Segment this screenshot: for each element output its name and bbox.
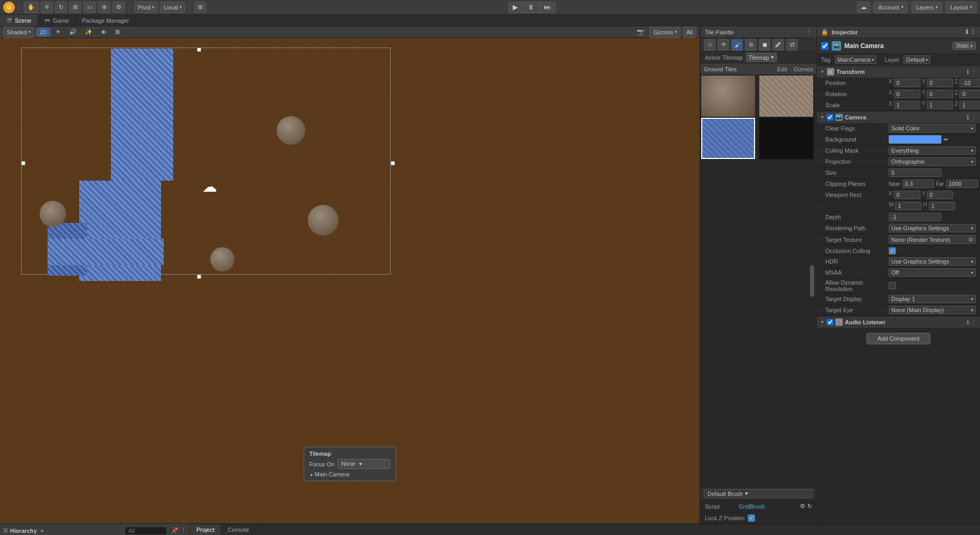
- cloud-build-btn[interactable]: ☁: [857, 2, 870, 13]
- clear-flags-dropdown[interactable]: Solid Color ▾: [889, 124, 976, 133]
- near-input[interactable]: 0.3: [902, 180, 934, 188]
- snap-btn[interactable]: ⊞: [194, 2, 206, 13]
- paint-tool-btn[interactable]: 🖌: [731, 39, 743, 51]
- inspector-kebab[interactable]: ⋮: [970, 29, 976, 35]
- vp-w[interactable]: 1: [895, 202, 921, 210]
- camera-kebab-btn[interactable]: ⋮: [971, 114, 977, 121]
- inspector-scroll[interactable]: 📷 Main Camera Static ▾ Tag MainCamera ▾ …: [817, 38, 980, 523]
- depth-input[interactable]: -1: [889, 213, 941, 221]
- transform-kebab-btn[interactable]: ⋮: [971, 69, 977, 76]
- shading-mode-btn[interactable]: Shaded ▾: [3, 26, 34, 38]
- pos-y-input[interactable]: 0: [927, 79, 953, 87]
- picker-tool-btn[interactable]: 💉: [772, 39, 784, 51]
- handle-left[interactable]: [21, 161, 25, 165]
- pivot-btn[interactable]: Pivot ▾: [134, 2, 158, 13]
- camera-info-btn[interactable]: ℹ: [967, 114, 969, 121]
- grid-btn[interactable]: ⊞: [112, 27, 123, 36]
- lock-z-checkbox[interactable]: ✓: [748, 514, 755, 522]
- move-tool-btn[interactable]: ✛: [41, 2, 53, 13]
- camera-enabled-checkbox[interactable]: [827, 114, 833, 120]
- camera-btn[interactable]: 📷: [634, 27, 647, 36]
- projection-dropdown[interactable]: Orthographic ▾: [889, 157, 976, 166]
- custom-tool-btn[interactable]: ⚙: [112, 2, 125, 13]
- vp-x[interactable]: 0: [894, 191, 920, 199]
- rotate-tool-btn[interactable]: ↻: [55, 2, 67, 13]
- add-hierarchy-btn[interactable]: +: [40, 527, 44, 535]
- audio-info-btn[interactable]: ℹ: [967, 319, 969, 326]
- scene-view-btn[interactable]: 👁: [98, 28, 110, 36]
- tile-palette-canvas[interactable]: [701, 75, 816, 486]
- transform-tool-btn[interactable]: ⊕: [98, 2, 110, 13]
- scale-z-input[interactable]: 1: [959, 101, 980, 109]
- select-tool-btn[interactable]: ⊹: [704, 39, 715, 51]
- audio-listener-header[interactable]: ▼ 🔊 Audio Listener ℹ ⋮: [817, 316, 980, 328]
- transform-header[interactable]: ▼ ⊞ Transform ℹ ⋮: [817, 66, 980, 78]
- gizmos-tile-btn[interactable]: Gizmos: [794, 66, 813, 72]
- pos-x-input[interactable]: 0: [894, 79, 920, 87]
- rot-z-input[interactable]: 0: [959, 90, 980, 98]
- handle-top[interactable]: [197, 48, 201, 52]
- dynamic-res-checkbox[interactable]: [889, 282, 896, 289]
- inspector-info-icon[interactable]: ℹ: [966, 29, 968, 35]
- rect-tool-btn[interactable]: ▭: [83, 2, 96, 13]
- scroll-bar[interactable]: [810, 265, 814, 297]
- far-input[interactable]: 1000: [946, 180, 978, 188]
- focus-dropdown[interactable]: None ▾: [337, 459, 390, 469]
- lock-icon[interactable]: 🔒: [821, 29, 828, 35]
- brown-tile[interactable]: [759, 75, 814, 117]
- scene-canvas[interactable]: ☁ Tilemap Focus On None ▾: [0, 38, 700, 523]
- tile-palette-kebab[interactable]: ⋮: [806, 29, 812, 35]
- pos-z-input[interactable]: -10: [959, 79, 980, 87]
- scale-tool-btn[interactable]: ⊞: [69, 2, 81, 13]
- fill-tool-btn[interactable]: ◼: [759, 39, 770, 51]
- audio-enabled-checkbox[interactable]: [827, 319, 833, 325]
- tab-project[interactable]: Project: [190, 524, 221, 535]
- audio-btn[interactable]: 🔊: [66, 27, 80, 36]
- add-component-button[interactable]: Add Component: [866, 333, 931, 344]
- vp-y[interactable]: 0: [927, 191, 953, 199]
- tab-game[interactable]: 🎮 Game: [38, 15, 76, 26]
- transform-info-btn[interactable]: ℹ: [967, 69, 969, 76]
- main-camera-item[interactable]: ▸ Main Camera: [309, 471, 391, 477]
- handle-right[interactable]: [391, 161, 395, 165]
- local-btn[interactable]: Local ▾: [160, 2, 185, 13]
- erase-tool-btn[interactable]: ⊘: [745, 39, 757, 51]
- script-value[interactable]: GridBrush: [739, 503, 765, 510]
- obj-active-checkbox[interactable]: [821, 42, 828, 50]
- replace-tool-btn[interactable]: ⇄: [786, 39, 798, 51]
- pause-button[interactable]: ⏸: [523, 2, 539, 13]
- rendering-path-dropdown[interactable]: Use Graphics Settings ▾: [889, 224, 976, 232]
- layers-dropdown[interactable]: Layers ▾: [911, 2, 943, 13]
- hierarchy-search[interactable]: [125, 527, 167, 535]
- hierarchy-pin-btn[interactable]: 📌: [171, 527, 178, 534]
- layout-dropdown[interactable]: Layout ▾: [946, 2, 977, 13]
- active-tilemap-dropdown[interactable]: Tilemap ▾: [746, 53, 777, 62]
- script-settings-btn[interactable]: ⚙: [800, 503, 805, 510]
- fx-btn[interactable]: ✨: [82, 27, 96, 36]
- color-picker-btn[interactable]: ✏: [944, 136, 948, 143]
- rock-tile[interactable]: [701, 75, 756, 117]
- edit-btn[interactable]: Edit: [777, 66, 787, 72]
- hierarchy-kebab[interactable]: ⋮: [181, 527, 186, 534]
- layer-dropdown[interactable]: Default ▾: [903, 55, 930, 64]
- occlusion-checkbox[interactable]: ✓: [889, 247, 896, 255]
- scale-y-input[interactable]: 1: [927, 101, 953, 109]
- background-color-swatch[interactable]: [889, 135, 941, 144]
- audio-kebab-btn[interactable]: ⋮: [971, 319, 977, 326]
- rot-x-input[interactable]: 0: [894, 90, 920, 98]
- play-button[interactable]: ▶: [508, 2, 523, 13]
- tag-dropdown[interactable]: MainCamera ▾: [835, 55, 877, 64]
- vp-h[interactable]: 1: [929, 202, 955, 210]
- handle-bottom[interactable]: [197, 275, 201, 279]
- target-display-dropdown[interactable]: Display 1 ▾: [889, 295, 976, 303]
- target-texture-dropdown[interactable]: None (Render Texture) ⊙: [889, 235, 976, 244]
- tab-package-manager[interactable]: Package Manager: [76, 15, 136, 26]
- scale-x-input[interactable]: 1: [894, 101, 920, 109]
- tab-scene[interactable]: 🎬 Scene: [0, 15, 38, 26]
- target-eye-dropdown[interactable]: None (Main Display) ▾: [889, 306, 976, 314]
- hand-tool-btn[interactable]: ✋: [24, 2, 39, 13]
- step-button[interactable]: ⏭: [539, 2, 555, 13]
- black-tile[interactable]: [759, 117, 814, 159]
- static-badge[interactable]: Static ▾: [953, 42, 976, 50]
- lighting-btn[interactable]: ☀: [52, 27, 64, 36]
